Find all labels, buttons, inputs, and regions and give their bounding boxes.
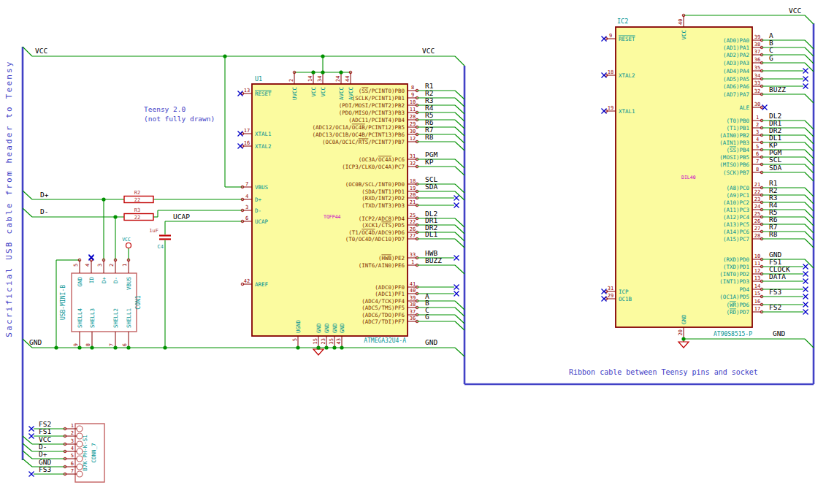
pin-name: (A10)PC2 bbox=[723, 199, 749, 206]
pin-name: (ADC13/OC1B/OC4B/PCINT13)PB6 bbox=[313, 131, 405, 138]
pin-number: 40 bbox=[410, 288, 416, 294]
net-label-FS3[interactable]: FS3 bbox=[39, 465, 51, 473]
net-label-VCC[interactable]: VCC bbox=[789, 7, 801, 15]
junction-dot bbox=[316, 345, 320, 349]
ic-IC2-partname: AT90S8515-P bbox=[714, 331, 752, 337]
pin-name: (ADC7/TDI)PF7 bbox=[362, 318, 405, 325]
pin-name: OC1B bbox=[619, 296, 632, 302]
junction-dot bbox=[54, 345, 58, 349]
wire bbox=[805, 15, 814, 24]
junction-dot bbox=[77, 345, 81, 349]
net-label-FS3[interactable]: FS3 bbox=[769, 288, 781, 296]
net-label-VCC[interactable]: VCC bbox=[422, 47, 435, 55]
pin-name: (MISO)PB6 bbox=[719, 161, 749, 168]
net-label-FS1[interactable]: FS1 bbox=[39, 427, 51, 435]
pin-number: 21 bbox=[754, 182, 760, 188]
pin-name: (AD7)PA7 bbox=[723, 91, 749, 98]
net-label-SCL[interactable]: SCL bbox=[769, 156, 781, 164]
net-label-GND[interactable]: GND bbox=[29, 338, 42, 346]
net-label-G[interactable]: G bbox=[769, 54, 773, 62]
net-label-BUZZ[interactable]: BUZZ bbox=[425, 256, 442, 264]
net-label-R8[interactable]: R8 bbox=[425, 133, 434, 141]
pin-number: 16 bbox=[754, 299, 760, 305]
net-label-SDA[interactable]: SDA bbox=[425, 183, 437, 191]
bus-entry bbox=[455, 142, 464, 150]
bus-entry bbox=[805, 195, 814, 204]
net-label-D-[interactable]: D- bbox=[40, 207, 48, 215]
pin-name: (WR)PD6 bbox=[726, 302, 749, 308]
bus-entry bbox=[805, 55, 814, 64]
pin-number: 35 bbox=[329, 338, 334, 344]
junction-dot bbox=[332, 345, 336, 349]
net-label-FS2[interactable]: FS2 bbox=[769, 303, 781, 311]
connector-CONN_7-value: B7K-PH-K-S1 bbox=[82, 435, 88, 471]
bus-entry bbox=[455, 91, 464, 99]
net-label-KP[interactable]: KP bbox=[425, 158, 434, 166]
pin-name: (ADC6/TDO)PF6 bbox=[362, 312, 405, 318]
net-label-VCC[interactable]: VCC bbox=[35, 47, 47, 55]
pin-number: 34 bbox=[317, 76, 323, 82]
connector-CONN_7-body[interactable] bbox=[75, 424, 104, 482]
net-label-D+[interactable]: D+ bbox=[40, 191, 49, 199]
pin-number: 24 bbox=[754, 204, 760, 210]
vcc-power-symbol[interactable] bbox=[126, 243, 131, 248]
pad-circle bbox=[77, 471, 83, 477]
pin-name: (ADC0)PF0 bbox=[375, 284, 405, 291]
pin-number: 23 bbox=[754, 196, 760, 202]
bus-entry bbox=[455, 265, 464, 274]
pin-name: (A13)PC5 bbox=[723, 221, 749, 228]
ground-symbol bbox=[313, 349, 324, 355]
bus-entry bbox=[455, 127, 464, 136]
pin-name: (SS/PCINT0)PB0 bbox=[359, 88, 405, 94]
pin-name: (A12)PC4 bbox=[723, 214, 750, 221]
pin-name: (AD4)PA4 bbox=[723, 68, 750, 75]
pin-number: 2 bbox=[109, 264, 115, 267]
net-label-D+[interactable]: D+ bbox=[39, 450, 47, 458]
net-label-BUZZ[interactable]: BUZZ bbox=[769, 85, 786, 93]
bus-entry bbox=[805, 150, 814, 159]
wire bbox=[23, 459, 32, 467]
pin-number: 4 bbox=[85, 264, 91, 267]
pin-number: 37 bbox=[754, 49, 760, 55]
bus-entry bbox=[805, 188, 814, 196]
bus-entry bbox=[805, 224, 814, 233]
wire bbox=[23, 47, 32, 56]
pin-number: 4 bbox=[245, 194, 248, 199]
pin-name: (ICP3/CLK0/OC4A)PC7 bbox=[342, 164, 405, 170]
bus-entry bbox=[455, 184, 464, 193]
net-label-SDA[interactable]: SDA bbox=[769, 164, 781, 172]
pin-name: (A8)PC0 bbox=[726, 185, 749, 191]
pin-name: (AD3)PA3 bbox=[723, 60, 749, 66]
bus-entry bbox=[805, 121, 814, 129]
pin-number: 3 bbox=[245, 205, 248, 210]
bus-entry bbox=[455, 159, 464, 168]
net-label-DATA[interactable]: DATA bbox=[769, 272, 786, 280]
net-label-UCAP[interactable]: UCAP bbox=[173, 213, 190, 221]
pin-name: GND bbox=[316, 323, 322, 333]
pin-number: 6 bbox=[756, 151, 759, 157]
junction-dot bbox=[113, 345, 117, 349]
bus-entry bbox=[805, 210, 814, 218]
net-label-GND[interactable]: GND bbox=[773, 329, 785, 337]
pin-number: 16 bbox=[244, 140, 250, 146]
pin-name: (AD2)PA2 bbox=[723, 52, 749, 58]
pin-number: 23 bbox=[321, 338, 326, 344]
pin-number: 36 bbox=[410, 316, 416, 321]
pin-number: 10 bbox=[410, 99, 416, 105]
kicad-schematic: U1TQFP44ATMEGA32U4-A13RESET17XTAL116XTAL… bbox=[0, 0, 826, 504]
pin-name: PD4 bbox=[739, 286, 749, 293]
wire bbox=[23, 451, 32, 459]
pin-number: 28 bbox=[754, 233, 760, 239]
junction-dot bbox=[321, 70, 324, 74]
pin-number: 38 bbox=[410, 302, 416, 308]
net-label-DL1[interactable]: DL1 bbox=[425, 230, 437, 238]
pin-number: 38 bbox=[754, 42, 760, 47]
pin-name: (INT1)PD3 bbox=[719, 278, 749, 285]
pin-number: 6 bbox=[245, 215, 248, 221]
wire bbox=[23, 443, 32, 451]
net-label-R8[interactable]: R8 bbox=[769, 230, 778, 238]
note-text-0: Sacrificial USB cable from header to Tee… bbox=[4, 60, 14, 337]
net-label-G[interactable]: G bbox=[425, 313, 429, 321]
net-label-GND[interactable]: GND bbox=[425, 338, 437, 346]
net-label-C[interactable]: C bbox=[769, 46, 773, 54]
